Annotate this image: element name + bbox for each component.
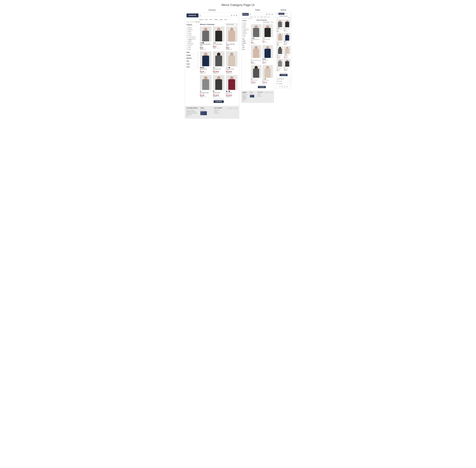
footer-link[interactable]: Find a Store	[200, 109, 212, 111]
color-swatch[interactable]	[265, 58, 266, 59]
filter-option[interactable]: Vests	[186, 46, 198, 48]
color-swatch[interactable]	[278, 54, 278, 55]
color-swatch[interactable]	[277, 28, 278, 28]
bag-icon[interactable]	[236, 15, 238, 16]
social-icon[interactable]: ⓘ	[282, 86, 283, 87]
product-card[interactable]: Herringbone Coat$44Now $22★★★★★(12)	[200, 75, 211, 97]
nav-sale[interactable]: Sale	[224, 19, 227, 20]
bag-icon[interactable]	[286, 13, 287, 14]
social-icon[interactable]: t	[269, 92, 270, 93]
color-swatch[interactable]	[277, 67, 278, 68]
filter-option[interactable]: Bombers	[242, 23, 250, 25]
color-swatch[interactable]	[214, 91, 215, 92]
product-card[interactable]: Quilted Jacket$54Now $27★★★★★(39)	[200, 51, 211, 73]
search-input[interactable]	[201, 15, 230, 16]
product-image[interactable]	[277, 59, 283, 67]
filter-option[interactable]: Military	[242, 31, 250, 32]
product-image[interactable]	[284, 33, 290, 41]
product-card[interactable]: Double Breasted Wool Coat$109$54.50★★★★★…	[200, 27, 211, 50]
social-icon[interactable]: f	[265, 92, 266, 93]
breadcrumb-link[interactable]: Home	[186, 21, 189, 22]
color-swatch[interactable]	[227, 67, 228, 68]
filter-option[interactable]: Leather & Faux Leather	[186, 38, 198, 41]
product-card[interactable]: Quilted Jacket$54Now $27★★★★★(39)	[284, 33, 290, 45]
load-more-button[interactable]: LOAD MORE	[214, 100, 224, 103]
product-image[interactable]	[200, 27, 211, 42]
color-swatch[interactable]	[251, 58, 252, 59]
filter-option[interactable]: Bombers	[186, 29, 198, 31]
nav-women[interactable]: Women	[199, 19, 203, 20]
nav-men[interactable]: Men	[254, 16, 256, 17]
filter-price-header[interactable]: Price+	[186, 66, 198, 69]
breadcrumb-link[interactable]: Women	[245, 18, 248, 19]
product-image[interactable]	[277, 33, 283, 41]
product-card[interactable]: Long Trench$79Now $39.50★★★★★(20)	[226, 75, 238, 97]
nav-women[interactable]: Women	[250, 16, 253, 17]
breadcrumb-link[interactable]: Women	[190, 21, 194, 22]
nav-sale[interactable]: Sale	[268, 16, 269, 17]
footer-link[interactable]: Returns and Exchanges	[186, 112, 198, 114]
filter-size-header[interactable]: Size+	[186, 60, 198, 63]
color-swatch[interactable]	[213, 42, 214, 43]
product-image[interactable]	[251, 65, 261, 78]
filter-option[interactable]: Fleece	[186, 34, 198, 36]
footer-link[interactable]: Returns and Exchanges	[242, 97, 249, 99]
filter-button[interactable]: Filter ☰	[288, 17, 290, 18]
footer-link[interactable]: Track Your Order	[242, 94, 249, 95]
social-icon[interactable]: p	[271, 92, 273, 93]
filter-option[interactable]: Dressy	[186, 32, 198, 34]
color-swatch[interactable]	[252, 38, 253, 39]
filter-option[interactable]: Wool	[242, 36, 250, 37]
mobile-footer-item[interactable]: Our Company+	[276, 82, 291, 85]
color-swatch[interactable]	[200, 42, 201, 43]
product-card[interactable]: Short Wool Coat$129Now $64.50★★★★★(99)	[251, 65, 261, 84]
footer-link[interactable]: About Mirror	[214, 109, 226, 111]
product-image[interactable]	[213, 27, 224, 42]
color-swatch[interactable]	[286, 41, 286, 42]
filter-option[interactable]: Denim	[186, 31, 198, 32]
search-bar[interactable]	[250, 13, 265, 15]
product-card[interactable]: Long Wool Coat$149Now $74.50★★★★★(85)	[284, 46, 290, 58]
filter-option[interactable]: Blazers	[186, 27, 198, 29]
filter-category-header[interactable]: Category−	[186, 23, 198, 26]
color-swatch[interactable]	[286, 54, 286, 55]
footer-link[interactable]: Contact Us	[257, 96, 264, 97]
product-image[interactable]	[226, 75, 238, 90]
product-card[interactable]: Fur Trimmed Parka$89$44.50★★★★★(112)	[284, 19, 290, 32]
filter-option[interactable]: Blazers	[242, 22, 250, 23]
product-card[interactable]: Faux Leather Moto Jacket$69$34.50★★★★★(7…	[277, 33, 283, 45]
product-card[interactable]: Long Wool Coat$149Now $74.50★★★★★(85)	[226, 51, 238, 73]
color-swatch[interactable]	[226, 91, 227, 92]
product-image[interactable]	[200, 75, 211, 90]
product-image[interactable]	[284, 46, 290, 54]
footer-link[interactable]: FAQ	[186, 115, 198, 117]
product-card[interactable]: Long Wool Coat$149Now $74.50★★★★★(85)	[263, 65, 273, 84]
product-image[interactable]	[200, 51, 211, 67]
breadcrumb-link[interactable]: Home	[242, 18, 244, 19]
color-swatch[interactable]	[214, 42, 215, 43]
color-swatch[interactable]	[229, 91, 230, 92]
product-image[interactable]	[226, 51, 238, 67]
filter-price-header[interactable]: Price+	[242, 48, 250, 50]
nav-baby[interactable]: Baby	[220, 19, 223, 20]
social-icon[interactable]: ⓘ	[230, 107, 232, 109]
color-swatch[interactable]	[229, 67, 230, 68]
social-icon[interactable]: f	[279, 86, 281, 87]
filter-option[interactable]: Trench	[242, 34, 250, 35]
product-image[interactable]	[284, 19, 290, 27]
search-icon[interactable]	[285, 13, 286, 14]
color-swatch[interactable]	[284, 41, 285, 42]
filter-style-header[interactable]: Style+	[242, 38, 250, 40]
footer-link[interactable]: About Mirror	[257, 93, 264, 94]
color-swatch[interactable]	[285, 28, 285, 28]
nav-men[interactable]: Men	[205, 19, 208, 20]
filter-option[interactable]: Fur & Faux Fur	[186, 36, 198, 38]
product-card[interactable]: Faux Leather Moto Jacket$69$34.50★★★★★(7…	[226, 27, 238, 50]
logo[interactable]: MIRROR	[242, 13, 249, 16]
user-icon[interactable]	[233, 15, 235, 16]
filter-option[interactable]: Military	[186, 41, 198, 43]
color-swatch[interactable]	[263, 38, 263, 39]
product-image[interactable]	[213, 75, 224, 90]
filter-material-header[interactable]: Material+	[242, 42, 250, 44]
product-image[interactable]	[263, 65, 273, 78]
